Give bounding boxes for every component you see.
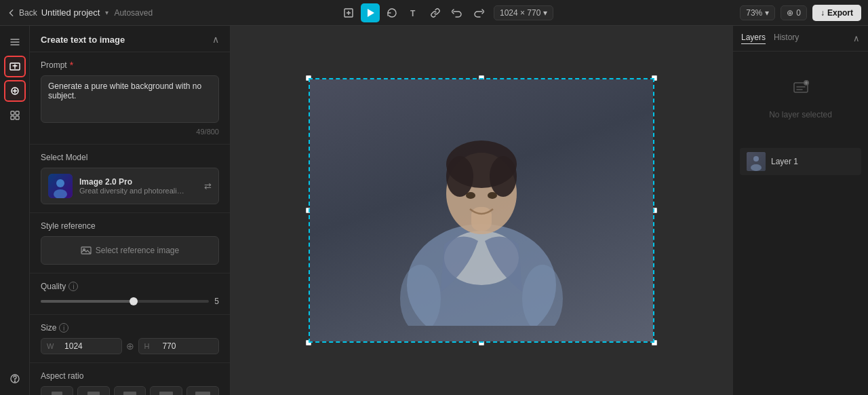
- width-input-group: W: [41, 338, 122, 354]
- aspect-4-3-button[interactable]: 4:3: [77, 386, 110, 395]
- redo-icon: [473, 7, 484, 18]
- back-button[interactable]: Back: [7, 8, 37, 18]
- canvas-size-display[interactable]: 1024 × 770 ▾: [494, 5, 553, 20]
- canvas-person: [310, 79, 653, 341]
- width-label: W: [47, 342, 54, 350]
- zoom-display[interactable]: 73% ▾: [740, 5, 775, 20]
- size-label-row: Size i: [41, 323, 219, 333]
- model-card[interactable]: Image 2.0 Pro Great diversity and photor…: [41, 168, 219, 204]
- no-layer-svg: [791, 79, 810, 98]
- model-label: Select Model: [41, 153, 219, 162]
- right-panel-header: Layers History ∧: [733, 26, 868, 52]
- svg-text:T: T: [410, 9, 416, 18]
- text-icon: T: [408, 7, 419, 18]
- style-ref-button-label: Select reference image: [96, 246, 179, 255]
- quality-value: 5: [214, 297, 219, 306]
- expand-icon: [9, 37, 20, 48]
- aspect-1-1-icon: [51, 391, 63, 395]
- rail-generate-button[interactable]: [4, 56, 26, 77]
- link-button[interactable]: [426, 3, 445, 22]
- size-info-icon[interactable]: i: [59, 323, 68, 333]
- rail-help-button[interactable]: [4, 368, 26, 390]
- rail-expand-button[interactable]: [4, 31, 26, 53]
- canvas-image: [309, 78, 654, 343]
- sidebar-panel: Create text to image ∧ Prompt * 49/800 S…: [30, 26, 231, 395]
- layer-thumbnail: [747, 152, 766, 171]
- collapse-button[interactable]: ∧: [212, 34, 219, 45]
- credit-badge: ⊕ 0: [781, 5, 807, 20]
- rail-ai-button[interactable]: [4, 80, 26, 102]
- model-avatar: [48, 174, 73, 198]
- canvas-size-chevron-icon: ▾: [543, 8, 547, 18]
- icon-rail: [0, 26, 30, 395]
- tab-history[interactable]: History: [774, 33, 799, 44]
- save-status: Autosaved: [114, 8, 153, 18]
- aspect-21-9-button[interactable]: 21:9: [186, 386, 219, 395]
- char-count: 49/800: [41, 128, 219, 136]
- right-panel-body: No layer selected: [733, 52, 868, 395]
- model-name: Image 2.0 Pro: [79, 177, 197, 187]
- svg-point-36: [751, 164, 762, 171]
- ai-icon: [9, 86, 20, 96]
- play-icon: [365, 7, 376, 18]
- panel-header: Create text to image ∧: [30, 26, 230, 52]
- download-icon: ↓: [821, 8, 825, 18]
- quality-slider-track[interactable]: [41, 300, 209, 303]
- svg-point-26: [446, 156, 473, 197]
- quality-slider-fill: [41, 300, 134, 303]
- quality-info-icon[interactable]: i: [68, 282, 78, 291]
- canvas-area[interactable]: [231, 26, 732, 395]
- play-button[interactable]: [361, 3, 380, 22]
- export-label: Export: [827, 8, 853, 18]
- svg-rect-18: [123, 392, 136, 395]
- rail-plugin-button[interactable]: [4, 105, 26, 126]
- layer-row[interactable]: Layer 1: [740, 148, 861, 175]
- topbar-right: 73% ▾ ⊕ 0 ↓ Export: [740, 5, 861, 21]
- canvas-image-wrapper[interactable]: [309, 78, 654, 343]
- plugin-icon: [9, 110, 20, 121]
- undo-icon: [452, 7, 462, 18]
- no-layer-text: No layer selected: [769, 110, 832, 119]
- zoom-value: 73%: [746, 8, 762, 18]
- model-swap-button[interactable]: ⇄: [204, 181, 212, 191]
- aspect-16-9-button[interactable]: 16:9: [150, 386, 182, 395]
- svg-rect-6: [16, 111, 19, 115]
- prompt-textarea[interactable]: [41, 75, 219, 123]
- layers-expand-icon[interactable]: ∧: [853, 33, 860, 43]
- text-button[interactable]: T: [404, 3, 423, 22]
- help-icon: [9, 373, 20, 384]
- redo-button[interactable]: [469, 3, 488, 22]
- project-name[interactable]: Untitled project: [41, 7, 100, 18]
- link-dimensions-icon[interactable]: ⊕: [126, 341, 134, 352]
- style-ref-button[interactable]: Select reference image: [41, 236, 219, 265]
- canvas-size-value: 1024 × 770: [500, 8, 540, 18]
- zoom-chevron-icon: ▾: [765, 8, 769, 18]
- undo-button[interactable]: [448, 3, 467, 22]
- resize-icon: [343, 7, 354, 18]
- model-desc: Great diversity and photorealism. Of...: [79, 187, 188, 195]
- aspect-21-9-icon: [195, 391, 211, 395]
- aspect-1-1-button[interactable]: 1:1: [41, 386, 73, 395]
- quality-section: Quality i 5: [30, 274, 230, 315]
- aspect-16-9-icon: [159, 391, 174, 395]
- back-icon: [7, 8, 16, 18]
- svg-rect-20: [195, 392, 210, 395]
- right-panel: Layers History ∧ No layer selected: [732, 26, 868, 395]
- width-input[interactable]: [56, 341, 90, 351]
- svg-point-10: [14, 381, 15, 382]
- export-button[interactable]: ↓ Export: [812, 5, 861, 21]
- size-row: W ⊕ H: [41, 338, 219, 354]
- right-panel-tabs: Layers History: [741, 33, 799, 44]
- resize-tool-button[interactable]: [339, 3, 358, 22]
- height-input[interactable]: [152, 341, 186, 351]
- tab-layers[interactable]: Layers: [741, 33, 766, 44]
- quality-label-row: Quality i: [41, 282, 219, 291]
- aspect-3-2-button[interactable]: 3:2: [114, 386, 146, 395]
- credit-value: 0: [796, 8, 801, 18]
- refresh-button[interactable]: [382, 3, 401, 22]
- model-avatar-image: [48, 174, 73, 198]
- chevron-down-icon[interactable]: ▾: [105, 9, 108, 16]
- quality-slider-thumb[interactable]: [130, 297, 138, 305]
- refresh-icon: [387, 7, 397, 18]
- svg-point-35: [753, 156, 759, 162]
